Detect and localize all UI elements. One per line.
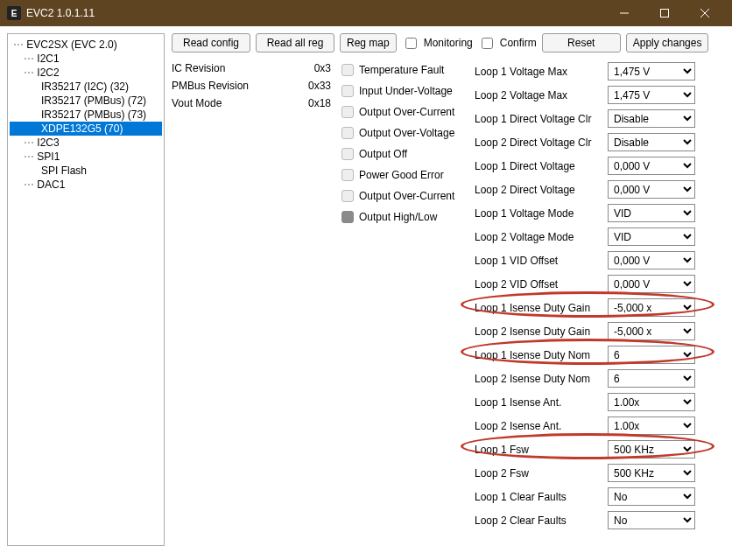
- setting-combo[interactable]: 1,475 V: [608, 62, 695, 80]
- read-config-button[interactable]: Read config: [172, 33, 250, 52]
- setting-combo[interactable]: 0,000 V: [608, 275, 695, 293]
- setting-label: Loop 1 Clear Faults: [475, 485, 597, 508]
- setting-input-row: No: [608, 485, 713, 508]
- toolbar: Read config Read all reg Reg map Monitor…: [172, 33, 725, 52]
- app-icon: E: [7, 6, 21, 20]
- setting-combo[interactable]: 6: [608, 346, 695, 364]
- fault-panel: Temperature FaultInput Under-VoltageOutp…: [341, 60, 464, 532]
- fault-item: Output Off: [341, 144, 464, 164]
- setting-input-row: 0,000 V: [608, 248, 713, 272]
- reset-button[interactable]: Reset: [542, 33, 621, 52]
- setting-label: Loop 2 Voltage Mode: [475, 225, 597, 248]
- setting-input-row: No: [608, 508, 713, 532]
- info-row: PMBus Revision0x33: [172, 77, 331, 94]
- setting-label: Loop 2 Fsw: [475, 461, 597, 485]
- monitoring-checkbox[interactable]: Monitoring: [402, 35, 473, 52]
- svg-rect-1: [661, 10, 669, 18]
- setting-combo[interactable]: VID: [608, 204, 695, 222]
- device-tree[interactable]: ⋯ EVC2SX (EVC 2.0) ⋯ I2C1⋯ I2C2IR35217 (…: [7, 33, 165, 546]
- setting-combo[interactable]: 1.00x: [608, 393, 695, 411]
- setting-combo[interactable]: -5,000 x: [608, 322, 695, 340]
- setting-input-row: 0,000 V: [608, 272, 713, 296]
- reg-map-button[interactable]: Reg map: [340, 33, 397, 52]
- fault-label: Power Good Error: [359, 169, 444, 181]
- setting-label: Loop 2 Voltage Max: [475, 83, 597, 107]
- fault-label: Input Under-Voltage: [359, 85, 453, 97]
- fault-indicator: [341, 85, 354, 97]
- read-all-reg-button[interactable]: Read all reg: [256, 33, 334, 52]
- setting-combo[interactable]: 6: [608, 369, 695, 388]
- window-title: EVC2 1.0.1.11: [26, 7, 95, 19]
- setting-input-row: Disable: [608, 107, 713, 130]
- fault-indicator: [341, 106, 354, 118]
- fault-indicator: [341, 64, 354, 76]
- titlebar: E EVC2 1.0.1.11: [0, 0, 732, 26]
- setting-label: Loop 2 Isense Duty Nom: [475, 367, 597, 390]
- setting-label: Loop 1 Direct Voltage Clr: [475, 107, 597, 130]
- setting-input-row: VID: [608, 225, 713, 248]
- setting-combo[interactable]: VID: [608, 228, 695, 246]
- setting-label: Loop 2 Isense Duty Gain: [475, 319, 597, 343]
- fault-item: Power Good Error: [341, 164, 464, 186]
- setting-label: Loop 2 Isense Ant.: [475, 414, 597, 438]
- setting-input-row: VID: [608, 201, 713, 225]
- tree-item[interactable]: SPI Flash: [10, 164, 162, 178]
- tree-item[interactable]: IR35217 (PMBus) (72): [10, 94, 162, 108]
- fault-indicator: [341, 190, 354, 202]
- setting-combo[interactable]: 0,000 V: [608, 157, 695, 175]
- setting-combo[interactable]: No: [608, 511, 695, 529]
- fault-indicator: [341, 127, 354, 139]
- info-label: IC Revision: [172, 62, 225, 74]
- setting-combo[interactable]: 0,000 V: [608, 251, 695, 270]
- setting-combo[interactable]: 0,000 V: [608, 180, 695, 199]
- fault-label: Temperature Fault: [359, 64, 444, 76]
- setting-input-row: 1.00x: [608, 390, 713, 414]
- setting-labels: Loop 1 Voltage MaxLoop 2 Voltage MaxLoop…: [475, 60, 597, 532]
- fault-item: Output Over-Current: [341, 186, 464, 206]
- tree-item[interactable]: ⋯ DAC1: [10, 178, 162, 192]
- fault-label: Output Over-Voltage: [359, 127, 454, 139]
- setting-combo[interactable]: 500 KHz: [608, 440, 695, 458]
- setting-input-row: 6: [608, 343, 713, 367]
- setting-input-row: 1,475 V: [608, 83, 713, 107]
- setting-combo[interactable]: Disable: [608, 109, 695, 128]
- setting-combo[interactable]: Disable: [608, 133, 695, 151]
- setting-combo[interactable]: 1.00x: [608, 416, 695, 435]
- tree-item[interactable]: ⋯ I2C1: [10, 52, 162, 66]
- close-button[interactable]: [685, 0, 725, 26]
- setting-input-row: 1,475 V: [608, 60, 713, 83]
- setting-input-row: 0,000 V: [608, 154, 713, 178]
- fault-label: Output Off: [359, 148, 407, 160]
- tree-item[interactable]: IR35217 (I2C) (32): [10, 80, 162, 94]
- fault-item: Input Under-Voltage: [341, 80, 464, 102]
- setting-combo[interactable]: 1,475 V: [608, 86, 695, 104]
- info-value: 0x33: [308, 80, 331, 92]
- tree-item[interactable]: IR35217 (PMBus) (73): [10, 108, 162, 122]
- setting-input-row: 500 KHz: [608, 461, 713, 485]
- apply-changes-button[interactable]: Apply changes: [626, 33, 709, 52]
- setting-input-row: 500 KHz: [608, 438, 713, 461]
- tree-item[interactable]: XDPE132G5 (70): [10, 122, 162, 136]
- fault-item: Temperature Fault: [341, 60, 464, 80]
- tree-item[interactable]: ⋯ I2C3: [10, 136, 162, 150]
- setting-combo[interactable]: 500 KHz: [608, 464, 695, 482]
- confirm-checkbox[interactable]: Confirm: [478, 35, 537, 52]
- setting-input-row: Disable: [608, 130, 713, 154]
- setting-label: Loop 1 Fsw: [475, 438, 597, 461]
- tree-item[interactable]: ⋯ I2C2: [10, 66, 162, 80]
- setting-label: Loop 1 Direct Voltage: [475, 154, 597, 178]
- setting-input-row: 6: [608, 367, 713, 390]
- setting-label: Loop 1 Isense Ant.: [475, 390, 597, 414]
- setting-combo[interactable]: -5,000 x: [608, 298, 695, 317]
- fault-indicator: [341, 211, 354, 223]
- setting-combo[interactable]: No: [608, 487, 695, 506]
- fault-label: Output Over-Current: [359, 106, 454, 118]
- tree-root[interactable]: ⋯ EVC2SX (EVC 2.0): [10, 38, 162, 52]
- setting-label: Loop 2 Direct Voltage: [475, 178, 597, 201]
- tree-item[interactable]: ⋯ SPI1: [10, 150, 162, 164]
- setting-label: Loop 2 VID Offset: [475, 272, 597, 296]
- maximize-button[interactable]: [644, 0, 685, 26]
- minimize-button[interactable]: [604, 0, 644, 26]
- info-row: IC Revision0x3: [172, 60, 331, 77]
- fault-label: Output Over-Current: [359, 190, 454, 202]
